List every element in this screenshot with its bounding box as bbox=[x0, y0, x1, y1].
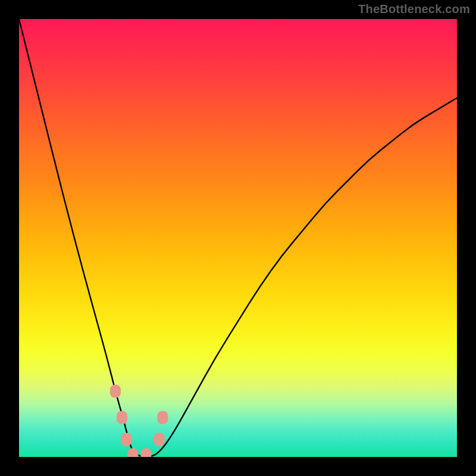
curve-marker bbox=[121, 433, 131, 446]
curve-marker bbox=[127, 448, 138, 457]
curve-svg bbox=[19, 19, 457, 457]
attribution-text: TheBottleneck.com bbox=[358, 2, 470, 16]
bottleneck-curve bbox=[19, 19, 457, 457]
curve-marker bbox=[110, 385, 121, 398]
chart-plot-area bbox=[19, 19, 457, 457]
curve-marker bbox=[117, 411, 127, 424]
curve-marker bbox=[154, 433, 165, 446]
curve-marker bbox=[157, 411, 168, 424]
chart-frame: TheBottleneck.com bbox=[0, 0, 476, 476]
curve-marker bbox=[140, 448, 151, 457]
